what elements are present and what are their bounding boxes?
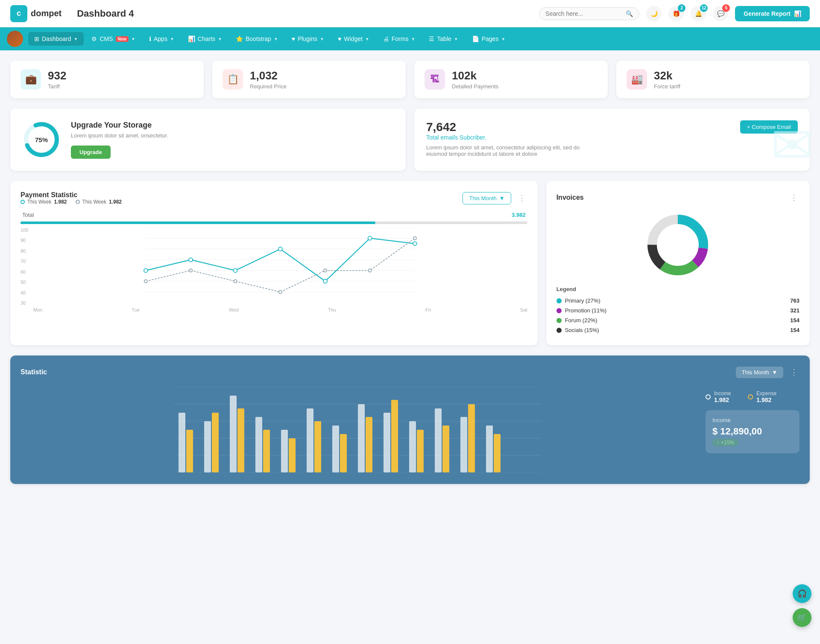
legend-label-2: This Week bbox=[82, 199, 106, 205]
nav-bootstrap-label: Bootstrap bbox=[246, 35, 271, 42]
upgrade-button[interactable]: Upgrade bbox=[71, 146, 111, 159]
statistic-title: Statistic bbox=[20, 368, 47, 376]
legend-primary-left: Primary (27%) bbox=[556, 297, 600, 304]
force-tariff-icon: 🏭 bbox=[627, 69, 647, 90]
statistic-menu-button[interactable]: ⋮ bbox=[788, 366, 800, 379]
svg-point-15 bbox=[413, 242, 417, 245]
mid-row: 75% Upgrade Your Storage Lorem ipsum dol… bbox=[10, 108, 810, 171]
stat-card-force-tariff-info: 32k Force tariff bbox=[654, 69, 680, 90]
this-month-filter-button[interactable]: This Month ▼ bbox=[463, 192, 511, 204]
search-icon[interactable]: 🔍 bbox=[626, 10, 633, 17]
bell-icon-btn[interactable]: 🔔 12 bbox=[691, 6, 706, 21]
required-price-icon: 📋 bbox=[223, 69, 243, 90]
plugins-chevron-icon: ▼ bbox=[320, 37, 324, 41]
chat-icon-btn[interactable]: 💬 5 bbox=[713, 6, 728, 21]
search-box[interactable]: 🔍 bbox=[539, 7, 639, 20]
detailed-payments-icon: 🏗 bbox=[425, 69, 445, 90]
income-item: Income 1.982 bbox=[706, 390, 731, 403]
svg-rect-59 bbox=[494, 434, 501, 472]
nav-item-table[interactable]: ☰ Table ▼ bbox=[423, 32, 464, 46]
chart-total-row: Total 3.982 bbox=[20, 212, 527, 218]
chart-actions: This Month ▼ ⋮ bbox=[463, 192, 527, 204]
invoices-donut-chart bbox=[556, 211, 800, 279]
statistic-chevron-icon: ▼ bbox=[772, 369, 777, 376]
nav-item-widget[interactable]: ♥ Widget ▼ bbox=[332, 32, 375, 46]
svg-point-13 bbox=[323, 280, 327, 283]
generate-report-button[interactable]: Generate Report 📊 bbox=[735, 6, 810, 21]
svg-rect-42 bbox=[281, 430, 288, 472]
total-progress-track bbox=[20, 221, 527, 224]
legend-socials-left: Socials (15%) bbox=[556, 327, 599, 333]
expense-info: Expense 1.982 bbox=[756, 390, 776, 403]
legend-forum-label: Forum (22%) bbox=[565, 317, 597, 323]
stat-card-required-price: 📋 1,032 Required Price bbox=[212, 61, 406, 98]
nav-item-pages[interactable]: 📄 Pages ▼ bbox=[466, 32, 512, 46]
expense-item: Expense 1.982 bbox=[748, 390, 776, 403]
legend-row-primary: Primary (27%) 763 bbox=[556, 296, 800, 306]
force-tariff-label: Force tariff bbox=[654, 83, 680, 90]
payment-statistic-title: Payment Statistic bbox=[20, 191, 122, 199]
nav-forms-label: Forms bbox=[392, 35, 409, 42]
legend-promotion-left: Promotion (11%) bbox=[556, 307, 607, 314]
storage-description: Lorem ipsum dolor sit amet, onsectetur. bbox=[71, 132, 168, 139]
svg-point-14 bbox=[368, 236, 372, 240]
nav-item-bootstrap[interactable]: ⭐ Bootstrap ▼ bbox=[230, 32, 284, 46]
nav-item-cms[interactable]: ⚙ CMS New ▼ bbox=[85, 32, 141, 46]
generate-report-label: Generate Report bbox=[744, 10, 791, 17]
svg-rect-45 bbox=[314, 421, 321, 472]
svg-point-17 bbox=[189, 269, 192, 272]
svg-point-20 bbox=[324, 269, 327, 272]
legend-value-1: 1.982 bbox=[54, 199, 67, 205]
moon-icon: 🌙 bbox=[650, 10, 658, 17]
invoices-menu-button[interactable]: ⋮ bbox=[788, 191, 800, 204]
stat-cards-grid: 💼 932 Tariff 📋 1,032 Required Price 🏗 10… bbox=[10, 61, 810, 98]
legend-table: Primary (27%) 763 Promotion (11%) 321 Fo… bbox=[556, 296, 800, 335]
legend-dot-gray bbox=[76, 200, 80, 204]
bootstrap-chevron-icon: ▼ bbox=[274, 37, 278, 41]
legend-row-promotion: Promotion (11%) 321 bbox=[556, 306, 800, 315]
logo-text: dompet bbox=[31, 9, 62, 18]
bar-chart-svg bbox=[20, 387, 695, 472]
statistic-month-filter-button[interactable]: This Month ▼ bbox=[736, 367, 783, 378]
statistic-bar-header: Statistic This Month ▼ ⋮ bbox=[20, 366, 800, 379]
legend-promotion-color bbox=[556, 308, 562, 313]
chart-header: Payment Statistic This Week 1.982 This W… bbox=[20, 191, 527, 205]
search-input[interactable] bbox=[545, 10, 622, 17]
svg-rect-41 bbox=[263, 430, 270, 472]
pages-chevron-icon: ▼ bbox=[501, 37, 505, 41]
svg-point-11 bbox=[234, 268, 237, 272]
expense-value: 1.982 bbox=[756, 396, 776, 403]
nav-item-apps[interactable]: ℹ Apps ▼ bbox=[143, 32, 180, 46]
svg-rect-55 bbox=[442, 425, 449, 472]
total-progress-bar bbox=[20, 221, 527, 224]
nav-cms-label: CMS bbox=[100, 35, 113, 42]
legend-socials-label: Socials (15%) bbox=[565, 327, 599, 333]
bell-badge: 12 bbox=[700, 4, 708, 12]
chart-legend: This Week 1.982 This Week 1.982 bbox=[20, 199, 122, 205]
legend-promotion-label: Promotion (11%) bbox=[565, 307, 607, 314]
gift-icon-btn[interactable]: 🎁 2 bbox=[668, 6, 684, 21]
moon-icon-btn[interactable]: 🌙 bbox=[646, 6, 662, 21]
svg-point-9 bbox=[144, 268, 148, 272]
email-subscriber-label: Total emails Subcriber. bbox=[426, 134, 798, 141]
svg-point-19 bbox=[279, 291, 282, 294]
charts-row: Payment Statistic This Week 1.982 This W… bbox=[10, 181, 810, 345]
nav-item-dashboard[interactable]: ⊞ Dashboard ▼ bbox=[28, 32, 84, 46]
nav-item-charts[interactable]: 📊 Charts ▼ bbox=[182, 32, 228, 46]
legend-socials-color bbox=[556, 328, 562, 333]
topbar: c dompet Dashboard 4 🔍 🌙 🎁 2 🔔 12 💬 5 Ge… bbox=[0, 0, 820, 27]
bar-chart-container bbox=[20, 385, 695, 474]
legend-primary-count: 763 bbox=[790, 297, 800, 304]
nav-item-plugins[interactable]: ♥ Plugins ▼ bbox=[286, 32, 330, 46]
income-panel-badge: ↑ +15% bbox=[712, 439, 738, 446]
chart-bar-icon: 📊 bbox=[794, 10, 801, 17]
chart-menu-button[interactable]: ⋮ bbox=[516, 192, 527, 204]
tariff-icon: 💼 bbox=[20, 69, 41, 90]
logo-icon: c bbox=[10, 5, 27, 22]
legend-heading: Legend bbox=[556, 286, 800, 292]
filter-chevron-icon: ▼ bbox=[499, 195, 505, 201]
table-icon: ☰ bbox=[429, 35, 434, 42]
statistic-right-panel: Income 1.982 Expense 1.982 Income $ bbox=[706, 385, 800, 474]
nav-item-forms[interactable]: 🖨 Forms ▼ bbox=[377, 32, 422, 46]
svg-rect-52 bbox=[409, 421, 416, 472]
